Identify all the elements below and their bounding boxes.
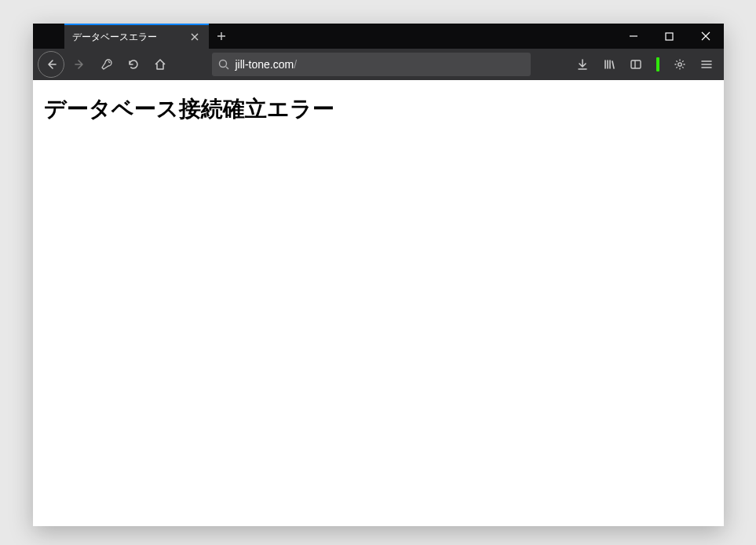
url-host: jill-tone.com (236, 58, 294, 71)
minimize-icon (629, 31, 638, 41)
url-path: / (294, 58, 297, 71)
library-icon (603, 58, 615, 71)
downloads-button[interactable] (570, 52, 595, 77)
settings-button[interactable] (667, 52, 692, 77)
address-bar[interactable]: jill-tone.com/ (212, 53, 531, 76)
tab-bar: データベースエラー (33, 24, 724, 49)
sidebar-icon (630, 58, 642, 71)
home-icon (154, 58, 166, 71)
close-icon (191, 33, 199, 41)
svg-rect-0 (666, 33, 673, 40)
toolbar-right (570, 52, 719, 77)
close-tab-button[interactable] (188, 31, 201, 43)
close-icon (701, 31, 710, 41)
arrow-left-icon (45, 58, 57, 71)
hamburger-icon (700, 58, 713, 71)
home-button[interactable] (148, 52, 173, 77)
new-tab-button[interactable] (209, 24, 234, 49)
sidebar-button[interactable] (623, 52, 648, 77)
plus-icon (217, 31, 226, 41)
toolbar: jill-tone.com/ (33, 49, 724, 80)
menu-button[interactable] (694, 52, 719, 77)
account-indicator[interactable] (656, 57, 659, 71)
tab-title: データベースエラー (72, 31, 188, 44)
svg-point-1 (219, 60, 226, 68)
error-heading: データベース接続確立エラー (44, 94, 713, 124)
reload-icon (127, 58, 140, 71)
forward-button[interactable] (68, 52, 93, 77)
window-controls (615, 24, 724, 49)
page-content: データベース接続確立エラー (33, 80, 724, 526)
active-tab[interactable]: データベースエラー (64, 24, 209, 49)
tabbar-spacer (234, 24, 615, 49)
maximize-icon (665, 32, 674, 41)
arrow-right-icon (74, 58, 86, 71)
window-close-button[interactable] (688, 24, 724, 49)
gear-icon (674, 58, 686, 71)
maximize-button[interactable] (652, 24, 688, 49)
download-icon (576, 58, 589, 71)
devtools-button[interactable] (94, 52, 119, 77)
search-icon (218, 59, 229, 70)
svg-rect-2 (631, 60, 641, 68)
wrench-icon (100, 58, 113, 71)
reload-button[interactable] (121, 52, 146, 77)
svg-point-3 (677, 63, 681, 66)
back-button[interactable] (38, 51, 64, 78)
minimize-button[interactable] (615, 24, 652, 49)
library-button[interactable] (597, 52, 622, 77)
browser-window: データベースエラー (33, 24, 724, 526)
